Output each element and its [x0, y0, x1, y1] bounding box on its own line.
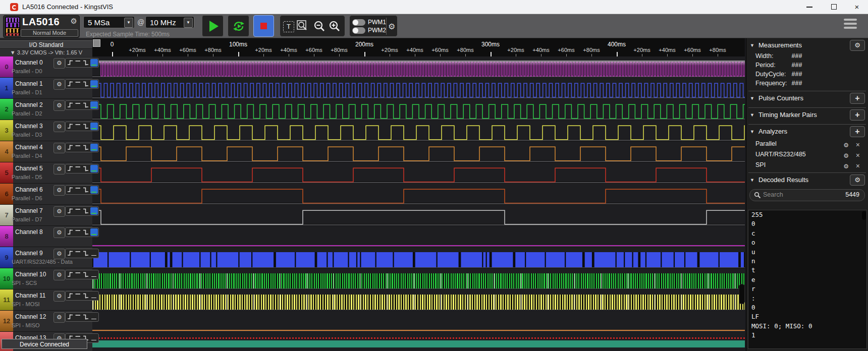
maximize-button[interactable]: [824, 0, 844, 14]
trigger-rising-edge-button[interactable]: [67, 80, 74, 88]
channel-settings-gear-icon[interactable]: ⚙: [53, 270, 65, 280]
channel-row-0[interactable]: 0 Channel 0 ⚙ Parallel - D0: [0, 56, 92, 78]
trigger-rising-edge-button[interactable]: [67, 271, 74, 278]
trigger-rising-edge-button[interactable]: [67, 186, 74, 194]
waveform-row-8[interactable]: [92, 226, 745, 247]
trigger-high-level-button[interactable]: [74, 144, 82, 151]
trigger-falling-edge-button[interactable]: [82, 250, 90, 257]
add-timing-marker-button[interactable]: +: [850, 109, 865, 121]
decoded-result-item[interactable]: o: [748, 238, 866, 247]
channel-settings-gear-icon[interactable]: ⚙: [53, 227, 65, 238]
pwm-settings-gear-icon[interactable]: ⚙: [388, 22, 395, 31]
trigger-low-level-button[interactable]: [90, 165, 98, 172]
channel-row-12[interactable]: 12 Channel 12 ⚙ SPI - MISO: [0, 311, 92, 332]
trigger-rising-edge-button[interactable]: [67, 59, 74, 67]
trigger-low-level-button[interactable]: [90, 186, 98, 194]
channel-settings-gear-icon[interactable]: ⚙: [53, 79, 65, 90]
decoded-result-item[interactable]: u: [748, 248, 866, 257]
pwm1-toggle[interactable]: [352, 19, 365, 26]
trigger-high-level-button[interactable]: [74, 271, 82, 278]
menu-button[interactable]: [844, 19, 858, 33]
analyzer-item-uart[interactable]: UART/RS232/485 ⚙ ×: [746, 149, 868, 160]
trigger-low-level-button[interactable]: [90, 59, 98, 67]
start-button[interactable]: [202, 15, 224, 37]
channel-settings-gear-icon[interactable]: ⚙: [53, 249, 65, 259]
channel-settings-gear-icon[interactable]: ⚙: [53, 312, 65, 323]
sample-rate-dropdown-arrow-icon[interactable]: ▼: [184, 18, 193, 28]
channel-row-11[interactable]: 11 Channel 11 ⚙ SPI - MOSI: [0, 289, 92, 311]
channel-settings-gear-icon[interactable]: ⚙: [53, 164, 65, 174]
trigger-high-level-button[interactable]: [74, 59, 82, 67]
channel-settings-gear-icon[interactable]: ⚙: [53, 291, 65, 302]
sample-count-dropdown-arrow-icon[interactable]: ▼: [124, 18, 133, 28]
waveform-row-7[interactable]: [92, 205, 745, 226]
decoded-results-list[interactable]: 2550counter:0LFMOSI: 0; MISO: 01: [748, 210, 867, 349]
mode-selector[interactable]: Normal Mode: [21, 29, 78, 37]
stop-button[interactable]: [253, 15, 274, 37]
trigger-falling-edge-button[interactable]: [82, 271, 90, 278]
channel-row-4[interactable]: 4 Channel 4 ⚙ Parallel - D4: [0, 141, 92, 162]
channel-row-3[interactable]: 3 Channel 3 ⚙ Parallel - D3: [0, 120, 92, 141]
sample-count-dropdown[interactable]: 5 MSa ▼: [83, 16, 135, 28]
collapse-triangle-icon[interactable]: ▼: [750, 96, 754, 101]
trigger-falling-edge-button[interactable]: [82, 186, 90, 194]
decoded-result-item[interactable]: n: [748, 257, 866, 266]
trigger-high-level-button[interactable]: [74, 207, 82, 215]
trigger-falling-edge-button[interactable]: [82, 292, 90, 300]
channel-row-9[interactable]: 9 Channel 9 ⚙ UART/RS232/485 - Data: [0, 247, 92, 268]
decoded-results-settings-button[interactable]: ⚙: [850, 174, 865, 186]
trigger-low-level-button[interactable]: [90, 207, 98, 215]
zoom-in-button[interactable]: [329, 20, 341, 32]
channel-row-1[interactable]: 1 Channel 1 ⚙ Parallel - D1: [0, 78, 92, 99]
trigger-rising-edge-button[interactable]: [67, 123, 74, 130]
analyzer-settings-gear-icon[interactable]: ⚙: [843, 140, 849, 150]
trigger-high-level-button[interactable]: [74, 292, 82, 300]
trigger-falling-edge-button[interactable]: [82, 59, 90, 67]
trigger-high-level-button[interactable]: [74, 165, 82, 172]
trigger-high-level-button[interactable]: [74, 80, 82, 88]
waveform-row-6[interactable]: [92, 184, 745, 205]
trigger-rising-edge-button[interactable]: [67, 101, 74, 109]
analyzer-item-spi[interactable]: SPI ⚙ ×: [746, 160, 868, 170]
channel-row-2[interactable]: 2 Channel 2 ⚙ Parallel - D2: [0, 99, 92, 120]
channel-row-8[interactable]: 8 Channel 8 ⚙: [0, 226, 92, 247]
trigger-rising-edge-button[interactable]: [67, 250, 74, 257]
waveform-row-10[interactable]: [92, 268, 745, 289]
trigger-low-level-button[interactable]: [90, 250, 98, 257]
sample-rate-dropdown[interactable]: 10 MHz ▼: [145, 16, 194, 28]
text-marker-button[interactable]: T: [283, 21, 294, 32]
trigger-falling-edge-button[interactable]: [82, 123, 90, 130]
trigger-falling-edge-button[interactable]: [82, 144, 90, 151]
analyzer-remove-icon[interactable]: ×: [856, 150, 860, 160]
trigger-low-level-button[interactable]: [90, 313, 98, 321]
decoded-result-item[interactable]: :: [748, 294, 866, 303]
trigger-high-level-button[interactable]: [74, 313, 82, 321]
trigger-rising-edge-button[interactable]: [67, 144, 74, 151]
waveform-row-9[interactable]: [92, 247, 745, 268]
analyzer-item-parallel[interactable]: Parallel ⚙ ×: [746, 139, 868, 149]
decoded-result-item[interactable]: 1: [748, 331, 866, 340]
io-standard-selector[interactable]: ▼ 3.3V CMOS -> Vth: 1.65 V: [0, 49, 92, 56]
zoom-out-button[interactable]: [313, 20, 326, 32]
trigger-low-level-button[interactable]: [90, 292, 98, 300]
collapse-triangle-icon[interactable]: ▼: [750, 129, 754, 134]
channel-settings-gear-icon[interactable]: ⚙: [53, 122, 65, 132]
trigger-rising-edge-button[interactable]: [67, 313, 74, 321]
trigger-falling-edge-button[interactable]: [82, 207, 90, 215]
waveform-vertical-scrollbar[interactable]: [739, 284, 745, 304]
channel-settings-gear-icon[interactable]: ⚙: [53, 100, 65, 111]
timeline-ruler[interactable]: 0+20ms+40ms+60ms+80ms100ms+20ms+40ms+60m…: [92, 38, 745, 56]
channel-settings-gear-icon[interactable]: ⚙: [53, 58, 65, 69]
trigger-low-level-button[interactable]: [90, 80, 98, 88]
decoded-result-item[interactable]: e: [748, 275, 866, 284]
decoded-result-item[interactable]: MOSI: 0; MISO: 0: [748, 322, 866, 331]
channel-settings-gear-icon[interactable]: ⚙: [53, 143, 65, 153]
decoded-result-item[interactable]: 0: [748, 303, 866, 312]
analyzer-remove-icon[interactable]: ×: [856, 140, 860, 150]
analyzer-settings-gear-icon[interactable]: ⚙: [843, 161, 849, 171]
trigger-rising-edge-button[interactable]: [67, 228, 74, 236]
trigger-rising-edge-button[interactable]: [67, 292, 74, 300]
trigger-falling-edge-button[interactable]: [82, 80, 90, 88]
trigger-falling-edge-button[interactable]: [82, 228, 90, 236]
close-button[interactable]: ×: [847, 0, 867, 14]
